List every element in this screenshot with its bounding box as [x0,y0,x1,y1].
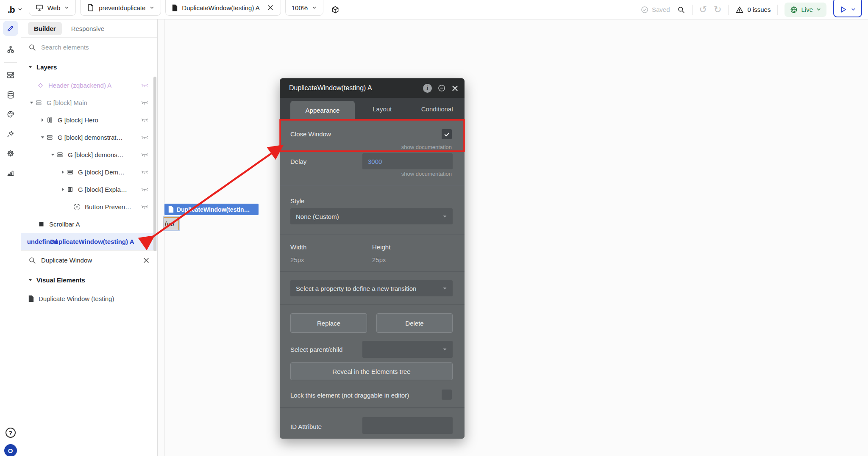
issues-indicator[interactable]: 0 issues [735,6,771,14]
preview-button[interactable] [833,0,862,17]
layers-section-header[interactable]: Layers [21,57,157,77]
tree-item[interactable]: G [block] Main [21,94,157,111]
file-icon [172,4,178,11]
panel-tabs: Builder Responsive [21,19,157,37]
dialog-tabs: Appearance Layout Conditional [280,98,465,120]
caret-down-icon [28,278,33,282]
info-icon[interactable]: i [423,84,432,93]
search-icon [28,256,36,265]
clear-filter-icon[interactable] [142,256,150,265]
cols-icon [66,186,74,193]
tree-item[interactable]: G [block] Hero [21,111,157,129]
style-dropdown[interactable]: None (Custom) [290,208,453,224]
caret-right-icon[interactable] [59,187,66,192]
eye-closed-icon[interactable] [141,204,149,210]
tree-item[interactable]: G [block] demons… [21,146,157,163]
close-tab-icon[interactable] [266,3,275,12]
database-icon[interactable] [3,87,18,102]
eye-closed-icon[interactable] [141,100,149,106]
filter-elements-row [21,250,157,270]
elements-panel: Builder Responsive Layers Header (zqback… [21,19,158,456]
delay-input[interactable] [368,158,447,165]
caret-down-icon[interactable] [49,152,56,157]
styles-palette-icon[interactable] [3,107,18,122]
search-icon[interactable] [677,6,685,14]
close-window-checkbox[interactable] [442,129,452,139]
tree-item[interactable]: Button Preven… [21,198,157,216]
selected-element-box[interactable]: (no [164,217,179,230]
caret-down-icon[interactable] [39,135,46,140]
tab-appearance[interactable]: Appearance [290,101,355,120]
dialog-title: DuplicateWindow(testing) A [289,84,372,92]
monitor-icon [35,3,44,12]
plugins-plug-icon[interactable] [3,126,18,141]
component-cube-icon[interactable] [331,6,339,14]
user-avatar[interactable]: O [3,443,18,456]
tab-builder[interactable]: Builder [28,22,62,35]
chevron-down-icon [17,7,23,12]
settings-gear-icon[interactable] [3,146,18,161]
device-selector[interactable]: Web [29,0,76,16]
tree-item[interactable]: Scrollbar A [21,216,157,233]
eye-closed-icon[interactable] [141,187,149,193]
tab-layout[interactable]: Layout [355,98,410,120]
panel-scrollbar[interactable] [153,77,156,251]
caret-right-icon[interactable] [39,118,46,122]
delay-doc-link[interactable]: show documentation [401,171,452,177]
caret-down-icon[interactable] [28,100,35,105]
tree-item-label: G [block] Main [47,99,87,106]
close-window-doc-link[interactable]: show documentation [401,144,452,150]
filter-elements-input[interactable] [41,257,137,264]
chevron-down-icon [851,7,856,12]
eye-closed-icon[interactable] [141,169,149,175]
tree-item[interactable]: G [block] demonstrat… [21,129,157,146]
undo-icon[interactable]: ↺ [699,5,707,14]
delay-label: Delay [290,158,306,165]
visual-elements-section-header[interactable]: Visual Elements [21,270,157,290]
transition-dropdown[interactable]: Select a property to define a new transi… [290,280,453,296]
open-element-tab[interactable]: DuplicateWindow(testing) A [165,0,281,16]
dialog-titlebar[interactable]: DuplicateWindow(testing) A i [280,78,465,98]
id-attribute-input[interactable] [368,422,447,429]
delete-button[interactable]: Delete [376,313,453,333]
delay-input-wrap [362,153,453,169]
zoom-selector[interactable]: 100% [285,0,323,16]
selected-element-label[interactable]: DuplicateWindow(testin… [164,204,259,215]
caret-down-icon [442,214,447,219]
help-icon[interactable]: ? [3,425,18,440]
tree-item-label: G [block] Hero [58,116,98,124]
tree-item[interactable]: undefinedDuplicateWindow(testing) A [21,233,157,250]
live-environment-selector[interactable]: Live [785,3,826,17]
workflow-sitemap-icon[interactable] [3,42,18,57]
select-parent-child-dropdown[interactable] [362,341,453,358]
reveal-in-tree-button[interactable]: Reveal in the Elements tree [290,362,453,380]
page-selector[interactable]: preventduplicate [80,0,161,16]
height-value: 25px [372,256,386,263]
editor-canvas[interactable] [158,19,868,456]
components-icon[interactable] [3,67,18,83]
tree-item[interactable]: G [block] Expla… [21,181,157,198]
tab-conditional[interactable]: Conditional [410,98,465,120]
tree-item[interactable]: G [block] Dem… [21,163,157,181]
design-pencil-icon[interactable] [3,21,18,36]
redo-icon[interactable]: ↻ [714,5,721,14]
logs-chart-icon[interactable] [3,165,18,180]
tab-responsive[interactable]: Responsive [65,22,110,35]
eye-closed-icon[interactable] [141,83,149,88]
lock-element-checkbox[interactable] [442,390,452,400]
replace-button[interactable]: Replace [290,313,367,333]
search-elements-input[interactable] [41,44,150,51]
chevron-down-icon [816,7,821,12]
element-search-result[interactable]: Duplicate Window (testing) [21,290,157,308]
divider [692,5,693,15]
app-logo-menu[interactable]: .b [0,5,29,15]
eye-closed-icon[interactable] [141,152,149,158]
help-question-mark: ? [6,428,16,438]
caret-right-icon[interactable] [59,170,66,174]
eye-closed-icon[interactable] [141,135,149,141]
close-dialog-icon[interactable] [451,85,459,92]
eye-closed-icon[interactable] [141,117,149,123]
tree-item[interactable]: Header (zqbackend) A [21,77,157,94]
comment-icon[interactable] [437,84,446,92]
avatar: O [4,444,17,456]
